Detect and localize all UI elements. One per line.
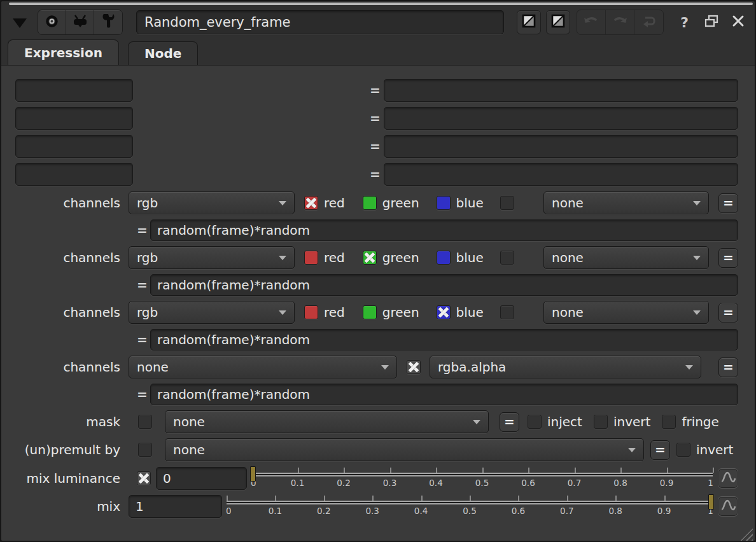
mask-enable-checkbox[interactable] [138, 415, 152, 429]
mix-luminance-curve-button[interactable] [718, 468, 738, 489]
layer-dropdown[interactable]: rgb [129, 246, 295, 269]
chevron-down-icon [279, 201, 286, 205]
green-channel-checkbox[interactable] [363, 251, 377, 265]
undo-button[interactable] [577, 10, 606, 34]
channel-equals-button[interactable]: = [718, 193, 738, 213]
collapse-panel-arrow-icon[interactable] [13, 18, 27, 28]
channel-equals-button[interactable]: = [718, 303, 738, 323]
red-channel-checkbox[interactable] [304, 305, 318, 319]
inject-checkbox[interactable] [528, 415, 542, 429]
channels-row-3: channels none rgba.alpha = [15, 356, 738, 379]
temp-value-input-2[interactable] [384, 107, 738, 130]
mix-luminance-checkbox[interactable] [137, 471, 151, 485]
temp-name-input-3[interactable] [15, 135, 133, 158]
slider-tick [324, 496, 325, 501]
dest-channel-dropdown[interactable]: rgba.alpha [430, 356, 701, 379]
channel-equals-button[interactable]: = [718, 248, 738, 268]
fringe-checkbox[interactable] [662, 415, 676, 429]
slider-tick-label: 0.5 [463, 506, 476, 516]
slider-tick [275, 496, 276, 501]
revert-button[interactable] [634, 10, 663, 34]
target-circle-icon [45, 14, 59, 31]
temp-expression-row: = [15, 135, 738, 158]
mix-luminance-slider[interactable]: 00.10.20.30.40.50.60.70.80.91 [251, 466, 713, 491]
red-channel-checkbox[interactable] [304, 196, 318, 210]
slider-handle[interactable] [708, 494, 714, 510]
extra-channel-checkbox[interactable] [500, 196, 514, 210]
redo-button[interactable] [606, 10, 634, 34]
dest-channel-dropdown[interactable]: none [543, 301, 709, 324]
slider-tick [436, 468, 437, 473]
layer-dropdown[interactable]: rgb [129, 191, 295, 214]
slider-track[interactable] [251, 473, 713, 476]
dest-dropdown-value: rgba.alpha [438, 359, 679, 375]
red-channel-checkbox[interactable] [304, 251, 318, 265]
close-panel-button[interactable] [732, 15, 745, 30]
channel-equals-button[interactable]: = [718, 358, 738, 377]
invert-mask-label: invert [613, 414, 650, 429]
expression-input-2[interactable] [150, 329, 738, 351]
expression-input-3[interactable] [150, 384, 738, 405]
green-channel-checkbox[interactable] [363, 196, 377, 210]
mix-luminance-label: mix luminance [15, 471, 129, 486]
layer-dropdown[interactable]: none [129, 356, 397, 379]
temp-value-input-1[interactable] [384, 79, 738, 102]
dest-channel-dropdown[interactable]: none [543, 191, 709, 214]
slider-tick-label: 0.2 [337, 478, 350, 488]
expression-input-1[interactable] [150, 274, 738, 296]
mix-luminance-value-input[interactable] [156, 467, 247, 490]
mix-curve-button[interactable] [718, 496, 738, 517]
node-name-input[interactable] [136, 10, 504, 34]
chevron-down-icon [279, 310, 286, 315]
chevron-down-icon [693, 310, 701, 315]
green-channel-checkbox[interactable] [363, 305, 377, 319]
layer-dropdown-value: rgb [137, 195, 272, 211]
temp-name-input-2[interactable] [15, 107, 133, 130]
unpremult-enable-checkbox[interactable] [138, 443, 152, 457]
resize-grip[interactable] [736, 525, 753, 541]
temp-name-input-4[interactable] [15, 163, 133, 186]
extra-channel-checkbox[interactable] [500, 305, 514, 319]
tab-node[interactable]: Node [128, 41, 198, 65]
temp-value-input-3[interactable] [384, 135, 738, 158]
slider-handle[interactable] [250, 466, 256, 482]
center-node-button[interactable] [38, 10, 66, 34]
monitor-out-button[interactable] [66, 10, 94, 34]
node-settings-button[interactable] [94, 10, 122, 34]
channels-label: channels [15, 359, 129, 375]
channels-label: channels [15, 195, 129, 211]
invert-unpremult-checkbox[interactable] [676, 443, 690, 457]
node-color-swatch-button[interactable] [517, 10, 541, 34]
invert-mask-checkbox[interactable] [594, 415, 608, 429]
mix-slider[interactable]: 00.10.20.30.40.50.60.70.80.91 [227, 494, 713, 519]
slider-tick [298, 468, 299, 473]
temp-value-input-4[interactable] [384, 163, 738, 186]
extra-channel-checkbox[interactable] [500, 251, 514, 265]
alpha-link-checkbox[interactable] [407, 360, 421, 374]
float-panel-button[interactable] [704, 14, 719, 31]
mix-value-input[interactable] [129, 495, 222, 518]
equals-label: = [137, 387, 145, 402]
mask-channel-dropdown[interactable]: none [165, 410, 489, 433]
expression-input-0[interactable] [150, 219, 738, 241]
dest-channel-dropdown[interactable]: none [543, 246, 709, 269]
help-button[interactable]: ? [680, 15, 689, 31]
slider-tick [528, 468, 529, 473]
equals-label: = [137, 332, 145, 347]
tab-expression[interactable]: Expression [8, 39, 119, 65]
revert-arrow-icon [641, 14, 657, 31]
slider-tick [470, 496, 471, 501]
slider-track[interactable] [227, 501, 713, 504]
monitor-icon [72, 13, 88, 31]
gl-color-swatch-button[interactable] [546, 10, 570, 34]
blue-channel-checkbox[interactable] [437, 251, 451, 265]
temp-name-input-1[interactable] [15, 79, 133, 102]
unpremult-channel-dropdown[interactable]: none [165, 438, 644, 461]
mix-row: mix 00.10.20.30.40.50.60.70.80.91 [15, 495, 738, 518]
blue-channel-checkbox[interactable] [437, 196, 451, 210]
slider-tick [567, 496, 568, 501]
blue-channel-checkbox[interactable] [437, 305, 451, 319]
mask-equals-button[interactable]: = [500, 412, 519, 432]
unpremult-equals-button[interactable]: = [650, 440, 670, 460]
layer-dropdown[interactable]: rgb [129, 301, 295, 324]
